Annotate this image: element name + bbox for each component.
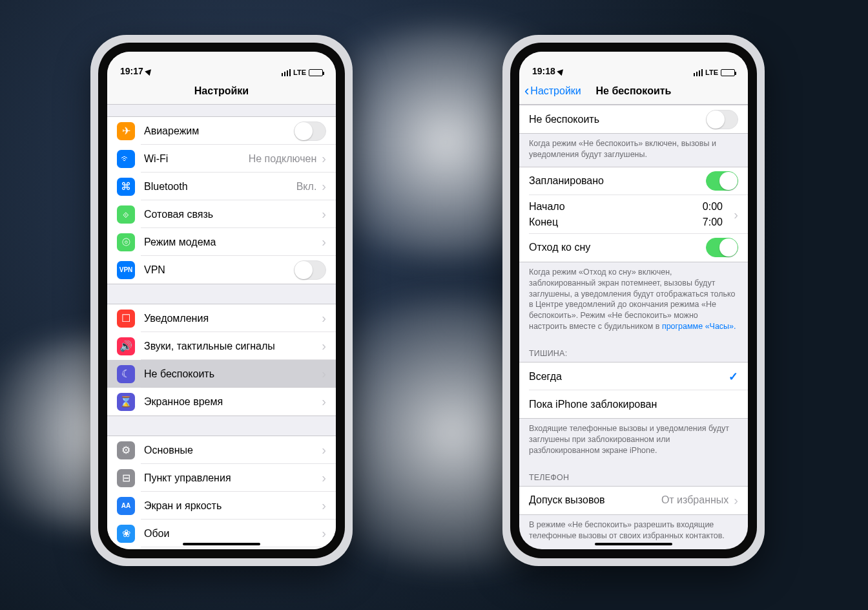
- row-dnd-toggle[interactable]: Не беспокоить: [519, 105, 748, 133]
- dnd-icon: ☾: [117, 365, 135, 383]
- screen-settings: 19:17 LTE Настройки ✈АвиарежимᯤWi-FiНе п…: [107, 52, 336, 549]
- chevron-right-icon: ›: [734, 493, 738, 508]
- row-control-center[interactable]: ⊟Пункт управления›: [107, 464, 336, 492]
- row-label: Сотовая связь: [144, 209, 322, 220]
- row-scheduled[interactable]: Запланировано: [519, 167, 748, 195]
- row-bluetooth[interactable]: ⌘BluetoothВкл.›: [107, 173, 336, 200]
- network-label: LTE: [705, 68, 718, 76]
- back-button[interactable]: ‹ Настройки: [524, 84, 581, 98]
- general-icon: ⚙: [117, 441, 135, 459]
- row-airplane[interactable]: ✈Авиарежим: [107, 117, 336, 145]
- row-label: Wi-Fi: [144, 153, 249, 165]
- settings-group-notifications: ☐Уведомления›🔊Звуки, тактильные сигналы›…: [107, 304, 336, 416]
- row-label: Уведомления: [144, 313, 322, 324]
- row-label: Основные: [144, 445, 322, 456]
- settings-group-general: ⚙Основные›⊟Пункт управления›AAЭкран и яр…: [107, 436, 336, 549]
- row-display[interactable]: AAЭкран и яркость›: [107, 492, 336, 520]
- row-label: Bluetooth: [144, 181, 296, 193]
- control-center-icon: ⊟: [117, 469, 135, 487]
- row-detail: Вкл.: [296, 181, 317, 193]
- nav-bar: Настройки: [107, 78, 336, 105]
- phone-frame-left: 19:17 LTE Настройки ✈АвиарежимᯤWi-FiНе п…: [90, 35, 353, 566]
- display-icon: AA: [117, 497, 135, 515]
- chevron-right-icon: ›: [322, 443, 326, 458]
- row-detail: Не подключен: [249, 153, 317, 165]
- status-right: LTE: [694, 68, 735, 76]
- status-bar: 19:17 LTE: [107, 52, 336, 78]
- row-screen-time[interactable]: ⌛Экранное время›: [107, 388, 336, 415]
- phone-frame-right: 19:18 LTE ‹ Настройки Не беспокоить Не б…: [502, 35, 765, 566]
- notifications-icon: ☐: [117, 310, 135, 328]
- row-silence-locked[interactable]: Пока iPhone заблокирован: [519, 390, 748, 418]
- row-siri[interactable]: ◑Siri и Поиск›: [107, 547, 336, 549]
- toggle-bedtime[interactable]: [706, 238, 738, 257]
- clock-app-link[interactable]: программе «Часы».: [662, 322, 736, 331]
- row-label: Пункт управления: [144, 472, 322, 484]
- chevron-right-icon: ›: [322, 394, 326, 409]
- location-icon: [557, 67, 565, 75]
- chevron-right-icon: ›: [322, 339, 326, 353]
- chevron-right-icon: ›: [322, 526, 326, 541]
- dnd-content[interactable]: Не беспокоить Когда режим «Не беспокоить…: [519, 105, 748, 549]
- sounds-icon: 🔊: [117, 337, 135, 355]
- wifi-icon: ᯤ: [117, 150, 135, 168]
- bezel: 19:17 LTE Настройки ✈АвиарежимᯤWi-FiНе п…: [98, 43, 345, 558]
- network-label: LTE: [293, 68, 306, 76]
- status-bar: 19:18 LTE: [519, 52, 748, 78]
- row-hotspot[interactable]: ⦾Режим модема›: [107, 228, 336, 256]
- page-title: Не беспокоить: [596, 85, 672, 97]
- settings-content[interactable]: ✈АвиарежимᯤWi-FiНе подключен›⌘BluetoothВ…: [107, 105, 336, 549]
- status-right: LTE: [282, 68, 323, 76]
- row-sounds[interactable]: 🔊Звуки, тактильные сигналы›: [107, 332, 336, 360]
- row-general[interactable]: ⚙Основные›: [107, 436, 336, 464]
- toggle-scheduled[interactable]: [706, 171, 738, 191]
- status-time: 19:18: [532, 66, 564, 76]
- row-label: Авиарежим: [144, 125, 294, 137]
- row-silence-always[interactable]: Всегда ✓: [519, 363, 748, 390]
- chevron-right-icon: ›: [322, 498, 326, 513]
- screen-time-icon: ⌛: [117, 393, 135, 411]
- hotspot-icon: ⦾: [117, 233, 135, 251]
- chevron-right-icon: ›: [322, 311, 326, 326]
- check-icon: ✓: [728, 370, 738, 384]
- row-allow-calls[interactable]: Допуск вызовов От избранных ›: [519, 487, 748, 514]
- signal-icon: [282, 69, 291, 76]
- row-schedule-times[interactable]: Начало0:00 Конец7:00 ›: [519, 195, 748, 234]
- toggle-airplane[interactable]: [294, 121, 326, 141]
- battery-icon: [721, 69, 735, 76]
- chevron-right-icon: ›: [322, 235, 326, 249]
- back-label: Настройки: [530, 85, 581, 97]
- bedtime-footnote: Когда режим «Отход ко сну» включен, забл…: [519, 262, 748, 339]
- home-indicator[interactable]: [183, 543, 260, 545]
- row-label: Обои: [144, 528, 322, 540]
- chevron-right-icon: ›: [322, 366, 326, 381]
- row-notifications[interactable]: ☐Уведомления›: [107, 304, 336, 332]
- silence-footnote: Входящие телефонные вызовы и уведомления…: [519, 419, 748, 463]
- airplane-icon: ✈: [117, 122, 135, 140]
- phone-header: ТЕЛЕФОН: [519, 463, 748, 486]
- row-wifi[interactable]: ᯤWi-FiНе подключен›: [107, 145, 336, 173]
- chevron-right-icon: ›: [322, 207, 326, 222]
- dnd-footnote: Когда режим «Не беспокоить» включен, выз…: [519, 134, 748, 167]
- row-label: Экранное время: [144, 396, 322, 408]
- silence-header: ТИШИНА:: [519, 339, 748, 362]
- settings-group-connectivity: ✈АвиарежимᯤWi-FiНе подключен›⌘BluetoothВ…: [107, 116, 336, 284]
- toggle-vpn[interactable]: [294, 260, 326, 280]
- home-indicator[interactable]: [595, 543, 672, 545]
- row-label: Экран и яркость: [144, 500, 322, 512]
- row-dnd[interactable]: ☾Не беспокоить›: [107, 360, 336, 388]
- row-cellular[interactable]: ⟐Сотовая связь›: [107, 200, 336, 228]
- status-time: 19:17: [120, 66, 152, 76]
- chevron-right-icon: ›: [322, 179, 326, 194]
- bezel: 19:18 LTE ‹ Настройки Не беспокоить Не б…: [510, 43, 757, 558]
- row-bedtime[interactable]: Отход ко сну: [519, 234, 748, 262]
- signal-icon: [694, 69, 703, 76]
- cellular-icon: ⟐: [117, 205, 135, 224]
- location-icon: [145, 67, 153, 75]
- row-label: Не беспокоить: [144, 368, 322, 380]
- chevron-right-icon: ›: [734, 207, 738, 222]
- row-vpn[interactable]: VPNVPN: [107, 256, 336, 284]
- chevron-right-icon: ›: [322, 470, 326, 485]
- toggle-dnd[interactable]: [706, 110, 738, 129]
- screen-dnd: 19:18 LTE ‹ Настройки Не беспокоить Не б…: [519, 52, 748, 549]
